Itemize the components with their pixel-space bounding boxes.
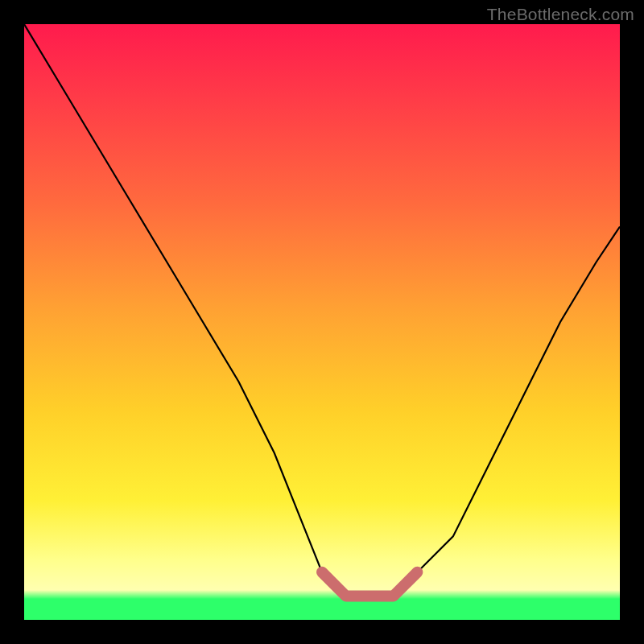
optimal-band-path: [322, 572, 417, 597]
chart-svg: [24, 24, 620, 620]
bottleneck-curve-path: [24, 24, 620, 596]
watermark-text: TheBottleneck.com: [487, 5, 634, 24]
plot-area: [24, 24, 620, 620]
chart-frame: TheBottleneck.com: [0, 0, 644, 644]
